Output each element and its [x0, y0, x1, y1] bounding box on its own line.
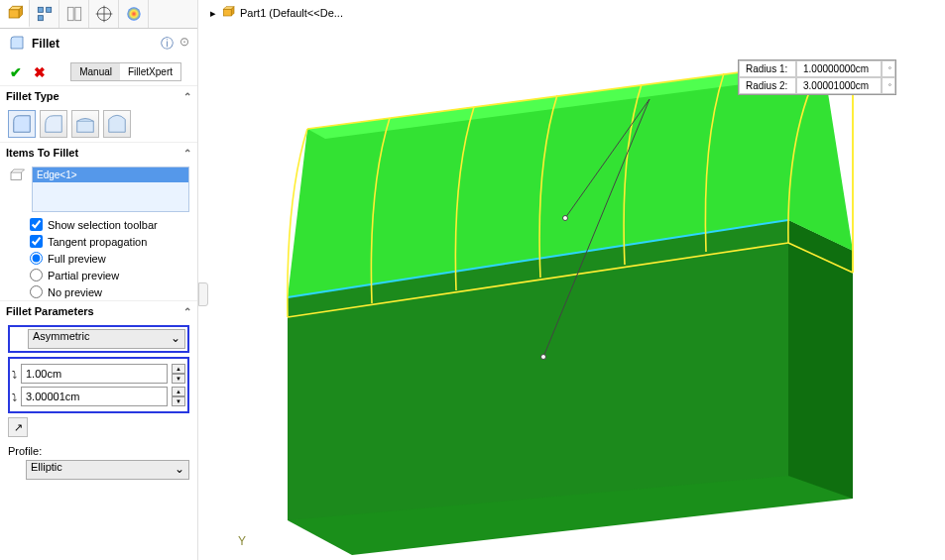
confirm-row: ✔ ✖ Manual FilletXpert [0, 58, 197, 85]
type-face-fillet[interactable] [71, 110, 99, 138]
tab-features-icon[interactable] [0, 0, 30, 28]
svg-rect-5 [74, 7, 80, 20]
svg-point-27 [563, 216, 568, 221]
callout-r2-value[interactable]: 3.00001000cm [796, 77, 882, 94]
help-icon[interactable]: ⓘ [161, 35, 174, 53]
type-constant-size[interactable] [8, 110, 36, 138]
chevron-up-icon: ⌃ [183, 306, 191, 317]
cb-show-toolbar[interactable] [30, 218, 43, 231]
selection-list[interactable]: Edge<1> [32, 167, 189, 212]
chevron-up-icon: ⌃ [183, 148, 191, 159]
rb-partial-preview[interactable] [30, 269, 43, 281]
graphics-viewport[interactable]: ▸ Part1 (Default<<De... [198, 0, 945, 560]
feature-panel: Fillet ⓘ ⊙ ✔ ✖ Manual FilletXpert Fillet… [0, 0, 198, 560]
radius1-icon: ⤵ [12, 365, 17, 383]
fillet-type-row [0, 106, 197, 142]
lbl-show-toolbar: Show selection toolbar [48, 219, 158, 231]
callout-r2-label: Radius 2: [739, 77, 796, 94]
svg-marker-15 [788, 220, 853, 499]
svg-rect-11 [11, 172, 22, 180]
radius1-input[interactable] [21, 364, 168, 384]
svg-rect-3 [46, 7, 51, 12]
radius2-down[interactable]: ▼ [172, 396, 185, 406]
axis-y-label: Y [238, 534, 246, 548]
panel-resize-handle[interactable] [198, 282, 208, 306]
tab-filletxpert[interactable]: FilletXpert [120, 63, 180, 80]
section-items[interactable]: Items To Fillet ⌃ [0, 142, 197, 163]
svg-rect-0 [9, 10, 19, 18]
tab-display-icon[interactable] [59, 0, 89, 28]
callout-handle-icon[interactable]: ◦ [882, 77, 895, 94]
radius-callout[interactable]: Radius 1: 1.00000000cm ◦ Radius 2: 3.000… [738, 59, 896, 95]
profile-label: Profile: [8, 445, 189, 457]
tab-manual[interactable]: Manual [71, 63, 120, 80]
edge-select-icon [8, 167, 26, 186]
radius2-input[interactable] [21, 387, 168, 406]
symmetry-select[interactable]: Asymmetric [28, 329, 185, 349]
selection-item[interactable]: Edge<1> [33, 168, 188, 182]
svg-point-9 [127, 7, 140, 20]
callout-handle-icon[interactable]: ◦ [882, 60, 895, 77]
profile-select[interactable]: Elliptic [26, 460, 189, 480]
radius2-up[interactable]: ▲ [172, 387, 185, 396]
lbl-full-preview: Full preview [48, 253, 106, 265]
svg-rect-2 [38, 16, 43, 21]
cancel-button[interactable]: ✖ [34, 64, 46, 80]
svg-rect-10 [77, 121, 94, 132]
ok-button[interactable]: ✔ [10, 64, 22, 80]
callout-r1-label: Radius 1: [739, 60, 796, 77]
radius2-icon: ⤵ [12, 388, 17, 405]
svg-point-26 [541, 355, 546, 360]
mode-tabs: Manual FilletXpert [70, 62, 181, 81]
svg-rect-1 [38, 7, 43, 12]
chevron-up-icon: ⌃ [183, 91, 191, 102]
reverse-button[interactable]: ↗ [8, 417, 28, 437]
rb-no-preview[interactable] [30, 285, 43, 298]
type-full-round[interactable] [103, 110, 131, 138]
svg-rect-4 [67, 7, 73, 20]
tab-target-icon[interactable] [89, 0, 119, 28]
feature-title: Fillet [32, 37, 59, 51]
pin-icon[interactable]: ⊙ [179, 35, 189, 53]
callout-r1-value[interactable]: 1.00000000cm [796, 60, 882, 77]
tab-appearance-icon[interactable] [119, 0, 149, 28]
fillet-icon [8, 34, 26, 54]
rb-full-preview[interactable] [30, 252, 43, 265]
section-params[interactable]: Fillet Parameters ⌃ [0, 300, 197, 321]
lbl-no-preview: No preview [48, 286, 102, 298]
section-fillet-type[interactable]: Fillet Type ⌃ [0, 85, 197, 106]
type-variable-size[interactable] [40, 110, 67, 138]
lbl-tangent: Tangent propagation [48, 236, 147, 248]
tab-config-icon[interactable] [30, 0, 59, 28]
lbl-partial-preview: Partial preview [48, 270, 119, 281]
cb-tangent[interactable] [30, 235, 43, 248]
radius1-up[interactable]: ▲ [172, 364, 185, 374]
radius1-down[interactable]: ▼ [172, 374, 185, 384]
feature-header: Fillet ⓘ ⊙ [0, 29, 197, 58]
panel-tabstrip [0, 0, 197, 29]
